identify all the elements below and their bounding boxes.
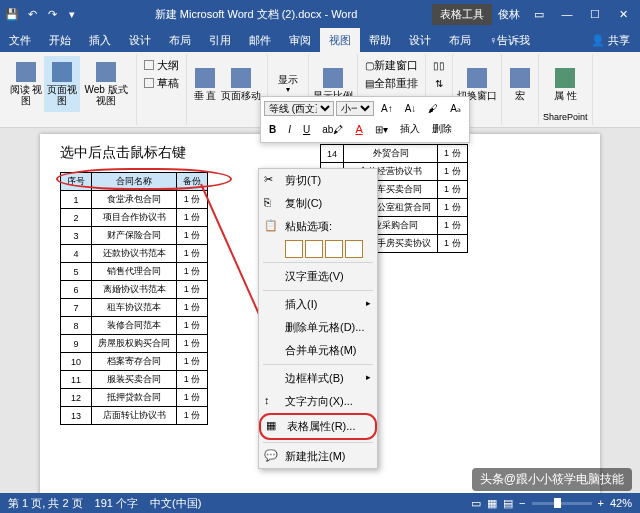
redo-icon[interactable]: ↷ [44, 6, 60, 22]
grow-font-icon[interactable]: A↑ [376, 100, 398, 117]
table-row[interactable]: 1食堂承包合同1 份 [61, 191, 208, 209]
share-button[interactable]: 👤 共享 [581, 33, 640, 48]
table-cell[interactable]: 1 份 [177, 389, 208, 407]
table-cell[interactable]: 7 [61, 299, 92, 317]
table-cell[interactable]: 14 [321, 145, 344, 163]
paste-text-icon[interactable] [345, 240, 363, 258]
table-row[interactable]: 6离婚协议书范本1 份 [61, 281, 208, 299]
table-row[interactable]: 13店面转让协议书1 份 [61, 407, 208, 425]
fontcolor-icon[interactable]: A [350, 120, 367, 138]
view-web-icon[interactable]: ▤ [503, 497, 513, 510]
table-row[interactable]: 3财产保险合同1 份 [61, 227, 208, 245]
table-cell[interactable]: 8 [61, 317, 92, 335]
pagemove-button[interactable]: 页面移动 [219, 56, 263, 112]
table-cell[interactable]: 1 份 [177, 227, 208, 245]
table-cell[interactable]: 档案寄存合同 [92, 353, 177, 371]
table-cell[interactable]: 1 份 [177, 407, 208, 425]
border-icon[interactable]: ⊞▾ [370, 121, 393, 138]
italic-icon[interactable]: I [283, 121, 296, 138]
maximize-icon[interactable]: ☐ [582, 8, 608, 21]
table-row[interactable]: 9房屋股权购买合同1 份 [61, 335, 208, 353]
print-layout-button[interactable]: 页面视图 [44, 56, 80, 112]
size-select[interactable]: 小一 [336, 101, 374, 116]
zoom-value[interactable]: 42% [610, 497, 632, 509]
table-cell[interactable]: 1 份 [177, 371, 208, 389]
th-copies[interactable]: 备份 [177, 173, 208, 191]
ctx-merge[interactable]: 合并单元格(M) [259, 339, 377, 362]
table-cell[interactable]: 13 [61, 407, 92, 425]
view-print-icon[interactable]: ▦ [487, 497, 497, 510]
table-cell[interactable]: 1 份 [438, 181, 468, 199]
main-table-left[interactable]: 序号合同名称备份 1食堂承包合同1 份2项目合作协议书1 份3财产保险合同1 份… [60, 172, 208, 425]
table-cell[interactable]: 1 份 [177, 245, 208, 263]
close-icon[interactable]: ✕ [610, 8, 636, 21]
table-cell[interactable]: 销售代理合同 [92, 263, 177, 281]
bold-icon[interactable]: B [264, 121, 281, 138]
tab-tbl-layout[interactable]: 布局 [440, 28, 480, 52]
tab-view[interactable]: 视图 [320, 28, 360, 52]
ctx-cut[interactable]: ✂剪切(T) [259, 169, 377, 192]
table-cell[interactable]: 抵押贷款合同 [92, 389, 177, 407]
table-cell[interactable]: 3 [61, 227, 92, 245]
tab-tbl-design[interactable]: 设计 [400, 28, 440, 52]
sidebyside-button[interactable]: ▯▯ [430, 56, 448, 74]
table-cell[interactable]: 4 [61, 245, 92, 263]
minimize-icon[interactable]: — [554, 8, 580, 21]
table-cell[interactable]: 项目合作协议书 [92, 209, 177, 227]
styles-icon[interactable]: Aₐ [445, 100, 466, 117]
table-row[interactable]: 7租车协议范本1 份 [61, 299, 208, 317]
table-cell[interactable]: 房屋股权购买合同 [92, 335, 177, 353]
table-cell[interactable]: 1 份 [438, 217, 468, 235]
status-words[interactable]: 191 个字 [95, 496, 138, 511]
table-cell[interactable]: 离婚协议书范本 [92, 281, 177, 299]
table-cell[interactable]: 1 份 [177, 281, 208, 299]
table-cell[interactable]: 服装买卖合同 [92, 371, 177, 389]
table-cell[interactable]: 1 份 [177, 317, 208, 335]
ribbon-opts-icon[interactable]: ▭ [526, 8, 552, 21]
syncscroll-button[interactable]: ⇅ [432, 74, 446, 92]
table-cell[interactable]: 租车协议范本 [92, 299, 177, 317]
tab-design[interactable]: 设计 [120, 28, 160, 52]
arrange-button[interactable]: ▤ 全部重排 [362, 74, 421, 92]
table-cell[interactable]: 6 [61, 281, 92, 299]
table-cell[interactable]: 1 份 [177, 209, 208, 227]
ctx-insert[interactable]: 插入(I)▸ [259, 293, 377, 316]
status-lang[interactable]: 中文(中国) [150, 496, 201, 511]
th-name[interactable]: 合同名称 [92, 173, 177, 191]
table-row[interactable]: 5销售代理合同1 份 [61, 263, 208, 281]
props-button[interactable]: 属 性 [551, 56, 579, 112]
web-layout-button[interactable]: Web 版式视图 [80, 56, 132, 112]
qat-more-icon[interactable]: ▾ [64, 6, 80, 22]
table-cell[interactable]: 2 [61, 209, 92, 227]
read-mode-button[interactable]: 阅读 视图 [8, 56, 44, 112]
table-cell[interactable]: 9 [61, 335, 92, 353]
table-row[interactable]: 11服装买卖合同1 份 [61, 371, 208, 389]
status-page[interactable]: 第 1 页, 共 2 页 [8, 496, 83, 511]
th-no[interactable]: 序号 [61, 173, 92, 191]
tab-layout[interactable]: 布局 [160, 28, 200, 52]
table-cell[interactable]: 1 份 [438, 199, 468, 217]
ctx-hanzi[interactable]: 汉字重选(V) [259, 265, 377, 288]
zoom-in-icon[interactable]: + [598, 497, 604, 509]
shrink-font-icon[interactable]: A↓ [400, 100, 422, 117]
table-cell[interactable]: 12 [61, 389, 92, 407]
table-cell[interactable]: 1 [61, 191, 92, 209]
tbl-delete-button[interactable]: 删除 [427, 119, 457, 139]
outline-button[interactable]: 大纲 [141, 56, 182, 74]
highlight-icon[interactable]: ab🖍 [317, 121, 348, 138]
table-cell[interactable]: 还款协议书范本 [92, 245, 177, 263]
paste-picture-icon[interactable] [325, 240, 343, 258]
tab-review[interactable]: 审阅 [280, 28, 320, 52]
view-readmode-icon[interactable]: ▭ [471, 497, 481, 510]
tab-tellme[interactable]: ♀ 告诉我 [480, 28, 539, 52]
paste-merge-icon[interactable] [305, 240, 323, 258]
table-row[interactable]: 2项目合作协议书1 份 [61, 209, 208, 227]
table-row[interactable]: 8装修合同范本1 份 [61, 317, 208, 335]
macro-button[interactable]: 宏 [506, 56, 534, 112]
table-row[interactable]: 10档案寄存合同1 份 [61, 353, 208, 371]
table-row[interactable]: 14外贸合同1 份 [321, 145, 468, 163]
table-cell[interactable]: 食堂承包合同 [92, 191, 177, 209]
table-cell[interactable]: 店面转让协议书 [92, 407, 177, 425]
tab-file[interactable]: 文件 [0, 28, 40, 52]
table-cell[interactable]: 10 [61, 353, 92, 371]
